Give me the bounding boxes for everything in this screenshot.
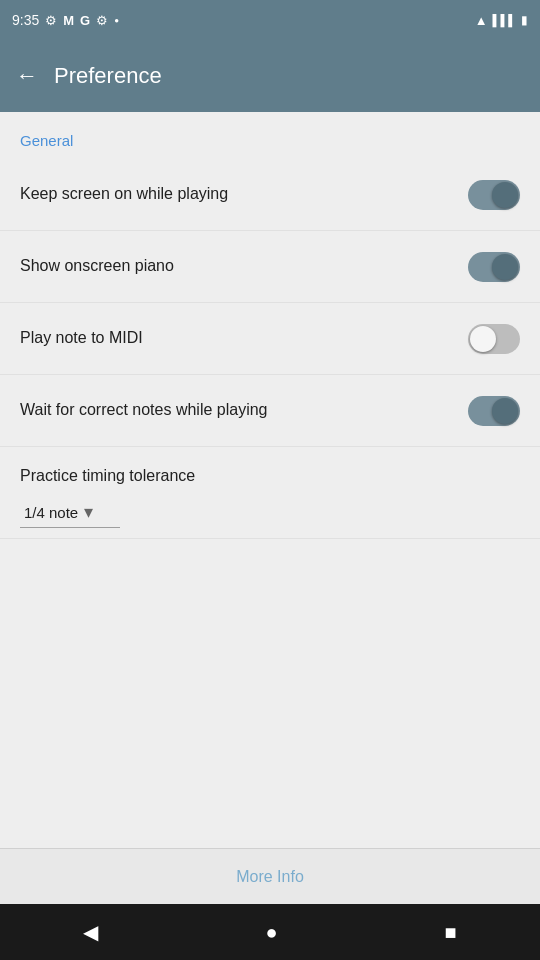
timing-section: Practice timing tolerance 1/4 note ▾ xyxy=(0,447,540,539)
dot-icon: ● xyxy=(114,16,119,25)
wait-correct-toggle[interactable] xyxy=(468,396,520,426)
navigation-bar: ◀ ● ■ xyxy=(0,904,540,960)
chevron-down-icon: ▾ xyxy=(84,501,93,523)
back-button[interactable]: ← xyxy=(16,63,38,89)
status-left: 9:35 ⚙ M G ⚙ ● xyxy=(12,12,119,28)
status-right: ▲ ▌▌▌ ▮ xyxy=(475,13,528,28)
timing-label: Practice timing tolerance xyxy=(20,467,520,485)
nav-home-button[interactable]: ● xyxy=(235,913,307,952)
play-midi-toggle[interactable] xyxy=(468,324,520,354)
wait-correct-toggle-knob xyxy=(492,398,518,424)
general-label: General xyxy=(20,132,73,149)
settings2-icon: ⚙ xyxy=(96,13,108,28)
more-info-bar[interactable]: More Info xyxy=(0,848,540,904)
status-time: 9:35 xyxy=(12,12,39,28)
app-bar: ← Preference xyxy=(0,40,540,112)
wait-correct-label: Wait for correct notes while playing xyxy=(20,399,468,421)
show-piano-toggle[interactable] xyxy=(468,252,520,282)
list-item: Show onscreen piano xyxy=(0,231,540,303)
app-title: Preference xyxy=(54,63,162,89)
content-area: General Keep screen on while playing Sho… xyxy=(0,112,540,848)
status-bar: 9:35 ⚙ M G ⚙ ● ▲ ▌▌▌ ▮ xyxy=(0,0,540,40)
battery-icon: ▮ xyxy=(521,13,528,27)
list-item: Keep screen on while playing xyxy=(0,159,540,231)
nav-back-button[interactable]: ◀ xyxy=(53,912,128,952)
show-piano-toggle-knob xyxy=(492,254,518,280)
show-piano-label: Show onscreen piano xyxy=(20,255,468,277)
gmail-icon: M xyxy=(63,13,74,28)
play-midi-label: Play note to MIDI xyxy=(20,327,468,349)
nav-recent-button[interactable]: ■ xyxy=(414,913,486,952)
keep-screen-toggle-knob xyxy=(492,182,518,208)
keep-screen-label: Keep screen on while playing xyxy=(20,183,468,205)
settings-icon: ⚙ xyxy=(45,13,57,28)
timing-dropdown-value: 1/4 note xyxy=(24,504,78,521)
list-item: Play note to MIDI xyxy=(0,303,540,375)
wifi-icon: ▲ xyxy=(475,13,488,28)
google-icon: G xyxy=(80,13,90,28)
keep-screen-toggle[interactable] xyxy=(468,180,520,210)
more-info-label[interactable]: More Info xyxy=(236,868,304,886)
general-section-header: General xyxy=(0,112,540,159)
list-item: Wait for correct notes while playing xyxy=(0,375,540,447)
timing-dropdown[interactable]: 1/4 note ▾ xyxy=(20,497,120,528)
play-midi-toggle-knob xyxy=(470,326,496,352)
signal-icon: ▌▌▌ xyxy=(493,14,516,26)
